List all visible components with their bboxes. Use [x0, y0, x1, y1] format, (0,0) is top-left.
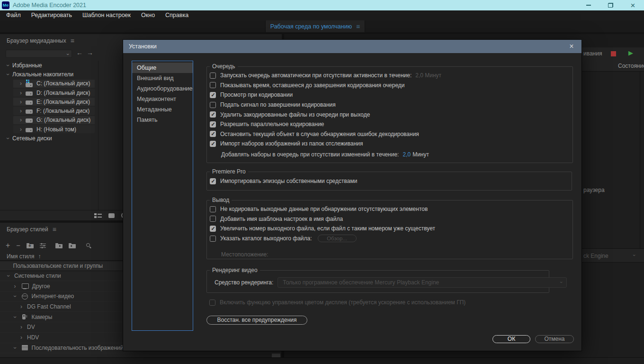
title-bar[interactable]: Me Adobe Media Encoder 2021: [0, 0, 644, 10]
chevron-down-icon: [67, 52, 69, 57]
preference-row[interactable]: Указать каталог выходного файла: Обзор..…: [207, 234, 572, 244]
preference-row[interactable]: Удалить закодированные файлы из очереди …: [207, 109, 572, 119]
add-icon[interactable]: [6, 242, 10, 249]
preference-row[interactable]: Не кодировать выходные данные при обнару…: [207, 204, 572, 214]
menu-item[interactable]: Файл: [1, 10, 26, 20]
new-group-icon[interactable]: [27, 244, 34, 248]
tree-row[interactable]: G: (Локальный диск): [0, 116, 98, 125]
sidebar-item[interactable]: Аудиооборудование: [132, 83, 193, 94]
tree-row[interactable]: Локальные накопители: [0, 70, 98, 79]
chevron-icon[interactable]: [18, 127, 24, 132]
preference-row[interactable]: Добавить имя шаблона настроек в имя файл…: [207, 214, 572, 224]
hamburger-icon[interactable]: [356, 23, 360, 30]
sidebar-item[interactable]: Внешний вид: [132, 73, 193, 83]
preference-row[interactable]: Остановить текущий объект в случае обнар…: [207, 129, 572, 139]
thumbnail-view-icon[interactable]: [108, 213, 115, 218]
sidebar-item[interactable]: Память: [132, 115, 193, 125]
premiere-settings-group: Premiere Pro Импортировать эпизоды собст…: [206, 172, 572, 191]
sidebar-item[interactable]: Медиаконтент: [132, 94, 193, 104]
scrollbar-track[interactable]: [640, 72, 640, 248]
preference-row[interactable]: Просмотр при кодировании: [207, 90, 572, 100]
checkbox[interactable]: [210, 216, 216, 222]
menu-item[interactable]: Редактировать: [26, 10, 77, 20]
hamburger-icon[interactable]: [71, 37, 74, 45]
menu-item[interactable]: Справка: [160, 10, 194, 20]
close-button[interactable]: [622, 0, 644, 10]
chevron-icon[interactable]: [5, 273, 12, 279]
preference-row[interactable]: Увеличить номер выходного файла, если фа…: [207, 224, 572, 234]
chevron-icon[interactable]: [18, 108, 24, 114]
play-icon[interactable]: [628, 49, 633, 56]
chevron-icon[interactable]: [11, 345, 19, 351]
chevron-icon[interactable]: [5, 136, 11, 141]
chevron-icon[interactable]: [18, 304, 25, 309]
sidebar-item[interactable]: Общие: [132, 63, 193, 73]
dialog-title-bar[interactable]: Установки: [123, 40, 581, 53]
preference-row[interactable]: Импорт наборов изображений из папок отсл…: [207, 139, 572, 149]
restore-button[interactable]: [599, 0, 622, 10]
stop-icon[interactable]: [611, 51, 616, 56]
checkbox[interactable]: [210, 131, 216, 137]
media-browser-header[interactable]: Браузер медиаданных: [7, 37, 74, 45]
checkbox[interactable]: [210, 73, 216, 79]
ok-button[interactable]: ОК: [492, 335, 530, 343]
checkbox[interactable]: [210, 178, 216, 184]
chevron-icon[interactable]: [18, 335, 25, 340]
chevron-icon[interactable]: [18, 117, 24, 123]
tree-row[interactable]: D: (Локальный диск): [0, 88, 98, 97]
watch-interval-value[interactable]: 2,0: [402, 151, 411, 158]
checkbox[interactable]: [210, 121, 216, 127]
back-icon[interactable]: [76, 49, 83, 56]
preset-browser-header[interactable]: Браузер стилей: [7, 226, 56, 233]
preference-label: Импорт наборов изображений из папок отсл…: [220, 140, 363, 147]
chevron-icon[interactable]: [18, 90, 24, 96]
workspace-tab[interactable]: Рабочая среда по умолчанию: [265, 20, 365, 32]
preference-row[interactable]: Импортировать эпизоды собственными средс…: [207, 176, 572, 186]
preference-row[interactable]: Подать сигнал по завершении кодирования: [207, 100, 572, 110]
checkbox[interactable]: [210, 111, 216, 118]
checkbox[interactable]: [210, 206, 216, 212]
minimize-button[interactable]: [577, 0, 599, 10]
hamburger-icon[interactable]: [53, 226, 56, 233]
menu-item[interactable]: Окно: [136, 10, 160, 20]
remove-icon[interactable]: [16, 242, 20, 249]
chevron-icon[interactable]: [5, 63, 11, 68]
checkbox[interactable]: [210, 102, 216, 108]
chevron-icon[interactable]: [18, 99, 24, 105]
forward-icon[interactable]: [87, 49, 93, 56]
chevron-icon[interactable]: [11, 314, 19, 320]
export-preset-icon[interactable]: [69, 244, 76, 248]
tree-row[interactable]: Избранные: [0, 61, 98, 70]
chevron-icon[interactable]: [11, 283, 19, 289]
chevron-icon[interactable]: [18, 81, 24, 86]
chevron-icon[interactable]: [18, 324, 25, 330]
panel-divider[interactable]: [98, 61, 98, 210]
chevron-icon[interactable]: [11, 293, 19, 299]
reset-warnings-button[interactable]: Восстан. все предупреждения: [206, 316, 307, 325]
preference-row[interactable]: Разрешить параллельное кодирование: [207, 119, 572, 129]
cancel-button[interactable]: Отмена: [535, 335, 574, 343]
checkbox[interactable]: [210, 82, 216, 88]
list-view-icon[interactable]: [94, 213, 102, 218]
tree-row[interactable]: F: (Локальный диск): [0, 106, 98, 115]
tree-row[interactable]: E: (Локальный диск): [0, 97, 98, 106]
queue-hint-text: раузера: [583, 187, 605, 193]
preference-row[interactable]: Запускать очередь автоматически при отсу…: [207, 71, 572, 81]
tree-row[interactable]: H: (Новый том): [0, 125, 98, 134]
search-icon[interactable]: [86, 243, 92, 249]
settings-icon[interactable]: [40, 243, 46, 248]
bottom-strip: [0, 357, 644, 364]
chevron-icon[interactable]: [5, 72, 11, 77]
checkbox[interactable]: [210, 226, 216, 232]
tree-row[interactable]: C: (Локальный диск): [0, 79, 98, 88]
tree-row[interactable]: Сетевые диски: [0, 134, 98, 143]
sidebar-item[interactable]: Метаданные: [132, 104, 193, 115]
checkbox[interactable]: [210, 92, 216, 98]
dialog-close-button[interactable]: [565, 40, 578, 53]
media-source-dropdown[interactable]: [6, 50, 72, 58]
checkbox[interactable]: [210, 141, 216, 147]
menu-item[interactable]: Шаблон настроек: [77, 10, 136, 20]
import-preset-icon[interactable]: [55, 244, 63, 248]
checkbox[interactable]: [210, 236, 216, 242]
preference-row[interactable]: Показывать время, оставшееся до завершен…: [207, 81, 572, 91]
